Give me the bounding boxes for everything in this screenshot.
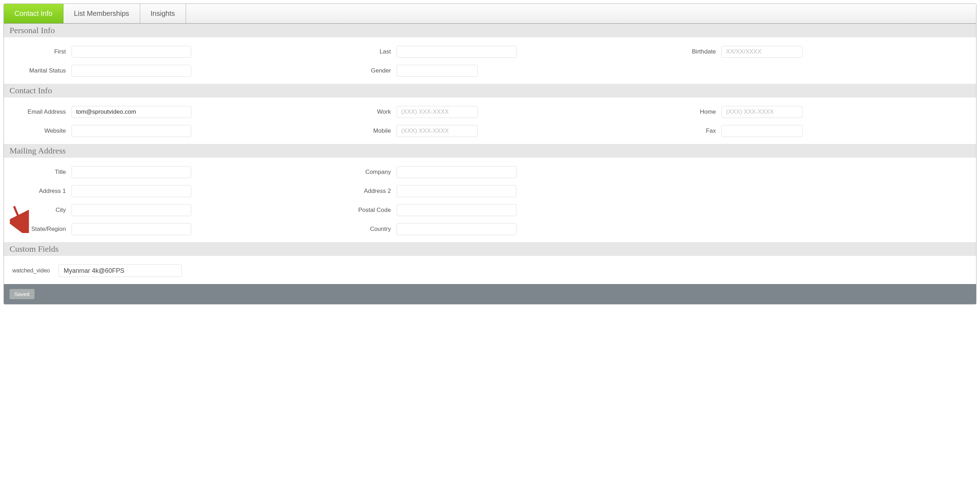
label-state: State/Region xyxy=(10,225,66,233)
input-gender[interactable] xyxy=(397,65,478,77)
input-postal[interactable] xyxy=(397,204,516,216)
input-address2[interactable] xyxy=(397,185,516,197)
field-first: First xyxy=(10,46,321,58)
label-postal: Postal Code xyxy=(335,206,391,214)
label-city: City xyxy=(10,206,66,214)
input-address1[interactable] xyxy=(72,185,191,197)
label-website: Website xyxy=(10,127,66,135)
label-company: Company xyxy=(335,168,391,176)
field-watched-video: watched_video xyxy=(10,264,970,277)
field-fax: Fax xyxy=(659,125,970,137)
label-home-phone: Home xyxy=(659,108,716,116)
label-address1: Address 1 xyxy=(10,187,66,195)
label-work-phone: Work xyxy=(335,108,391,116)
field-birthdate: Birthdate xyxy=(659,46,970,58)
field-company: Company xyxy=(335,166,646,178)
input-last[interactable] xyxy=(397,46,516,58)
input-country[interactable] xyxy=(397,223,516,235)
section-header-contact: Contact Info xyxy=(4,84,976,97)
field-home-phone: Home xyxy=(659,106,970,118)
label-address2: Address 2 xyxy=(335,187,391,195)
input-city[interactable] xyxy=(72,204,191,216)
field-title: Title xyxy=(10,166,321,178)
input-company[interactable] xyxy=(397,166,516,178)
label-country: Country xyxy=(335,225,391,233)
field-city: City xyxy=(10,204,321,216)
field-address2: Address 2 xyxy=(335,185,646,197)
panel-footer: Saved xyxy=(4,284,976,304)
label-last: Last xyxy=(335,48,391,55)
label-birthdate: Birthdate xyxy=(659,48,716,55)
field-marital-status: Marital Status xyxy=(10,65,321,77)
input-website[interactable] xyxy=(72,125,191,137)
tab-contact-info[interactable]: Contact Info xyxy=(4,4,64,23)
label-title: Title xyxy=(10,168,66,176)
label-watched-video: watched_video xyxy=(12,267,50,274)
contact-panel: Contact Info List Memberships Insights P… xyxy=(3,3,977,305)
label-gender: Gender xyxy=(335,67,391,74)
label-mobile-phone: Mobile xyxy=(335,127,391,135)
input-first[interactable] xyxy=(72,46,191,58)
tab-bar: Contact Info List Memberships Insights xyxy=(4,4,976,24)
field-email: Email Address xyxy=(10,106,321,118)
field-work-phone: Work xyxy=(335,106,646,118)
input-fax[interactable] xyxy=(721,125,802,137)
section-header-custom: Custom Fields xyxy=(4,242,976,256)
label-fax: Fax xyxy=(659,127,716,135)
input-birthdate[interactable] xyxy=(721,46,802,58)
field-gender: Gender xyxy=(335,65,646,77)
input-watched-video[interactable] xyxy=(59,264,182,277)
field-postal: Postal Code xyxy=(335,204,646,216)
field-state: State/Region xyxy=(10,223,321,235)
input-state[interactable] xyxy=(72,223,191,235)
field-last: Last xyxy=(335,46,646,58)
input-marital-status[interactable] xyxy=(72,65,191,77)
input-email[interactable] xyxy=(72,106,191,118)
label-marital-status: Marital Status xyxy=(10,67,66,74)
saved-button[interactable]: Saved xyxy=(10,289,35,299)
field-country: Country xyxy=(335,223,646,235)
label-first: First xyxy=(10,48,66,55)
section-header-mailing: Mailing Address xyxy=(4,144,976,158)
input-title[interactable] xyxy=(72,166,191,178)
label-email: Email Address xyxy=(10,108,66,116)
field-website: Website xyxy=(10,125,321,137)
field-mobile-phone: Mobile xyxy=(335,125,646,137)
field-address1: Address 1 xyxy=(10,185,321,197)
input-mobile-phone[interactable] xyxy=(397,125,478,137)
tab-list-memberships[interactable]: List Memberships xyxy=(64,4,140,23)
section-header-personal: Personal Info xyxy=(4,24,976,37)
tab-insights[interactable]: Insights xyxy=(140,4,186,23)
input-home-phone[interactable] xyxy=(721,106,802,118)
input-work-phone[interactable] xyxy=(397,106,478,118)
